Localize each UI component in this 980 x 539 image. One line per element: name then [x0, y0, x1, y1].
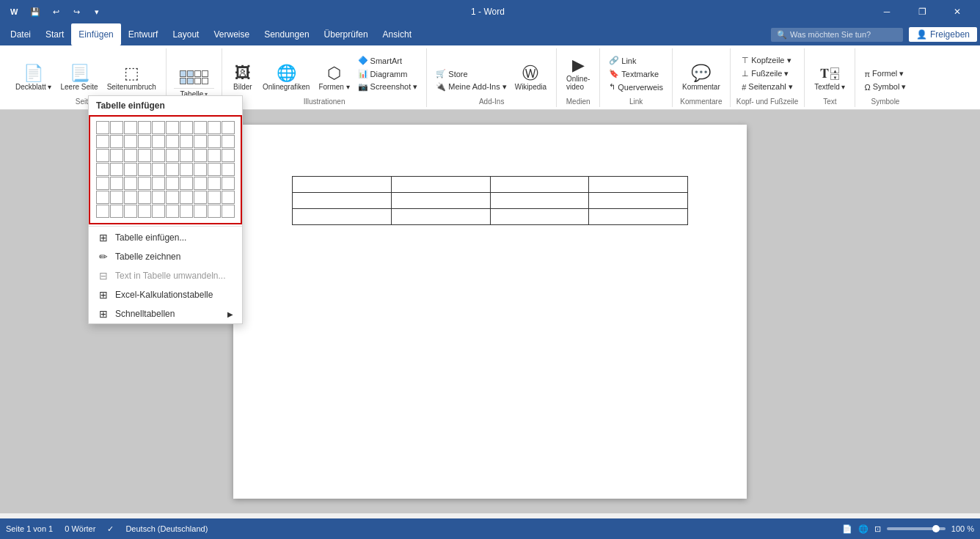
symbol-button[interactable]: Ω Symbol ▾ [861, 81, 909, 93]
grid-cell-1-2[interactable] [110, 121, 123, 134]
grid-cell-2-2[interactable] [110, 135, 123, 148]
grid-cell-2-1[interactable] [96, 135, 109, 148]
grid-cell-2-9[interactable] [208, 135, 221, 148]
freigeben-button[interactable]: 👤 Freigeben [909, 27, 977, 42]
seitenzahl-button[interactable]: # Seitenzahl ▾ [739, 81, 796, 93]
store-button[interactable]: 🛒 Store [433, 67, 509, 80]
grid-cell-4-10[interactable] [222, 163, 235, 176]
menu-einfuegen[interactable]: Einfügen [71, 23, 120, 45]
zoom-slider[interactable] [887, 527, 946, 530]
menu-verweise[interactable]: Verweise [206, 23, 257, 45]
dropdown-tabelle-zeichnen[interactable]: ✏ Tabelle zeichnen [89, 247, 242, 266]
grid-cell-6-8[interactable] [194, 191, 207, 204]
grid-cell-3-4[interactable] [138, 149, 151, 162]
textmarke-button[interactable]: 🔖 Textmarke [606, 67, 666, 80]
grid-cell-4-2[interactable] [110, 163, 123, 176]
diagramm-button[interactable]: 📊 Diagramm [355, 67, 421, 80]
grid-cell-5-5[interactable] [152, 177, 165, 190]
grid-cell-6-4[interactable] [138, 191, 151, 204]
save-qat-button[interactable]: 💾 [26, 3, 44, 21]
grid-cell-7-4[interactable] [138, 205, 151, 218]
grid-cell-5-2[interactable] [110, 177, 123, 190]
grid-cell-4-4[interactable] [138, 163, 151, 176]
grid-cell-6-7[interactable] [180, 191, 193, 204]
grid-cell-2-7[interactable] [180, 135, 193, 148]
grid-cell-5-8[interactable] [194, 177, 207, 190]
grid-cell-7-6[interactable] [166, 205, 179, 218]
grid-cell-5-6[interactable] [166, 177, 179, 190]
grid-cell-2-8[interactable] [194, 135, 207, 148]
grid-cell-4-6[interactable] [166, 163, 179, 176]
formel-button[interactable]: π Formel ▾ [861, 67, 909, 80]
grid-cell-5-4[interactable] [138, 177, 151, 190]
seitenumbruch-button[interactable]: ⬚ Seitenumbruch [103, 63, 160, 93]
fusszeile-button[interactable]: ⊥ Fußzeile ▾ [739, 67, 796, 80]
grid-cell-6-6[interactable] [166, 191, 179, 204]
grid-cell-7-3[interactable] [124, 205, 137, 218]
grid-cell-6-1[interactable] [96, 191, 109, 204]
grid-cell-4-9[interactable] [208, 163, 221, 176]
grid-cell-7-1[interactable] [96, 205, 109, 218]
grid-cell-7-10[interactable] [222, 205, 235, 218]
undo-qat-button[interactable]: ↩ [47, 3, 65, 21]
grid-cell-4-8[interactable] [194, 163, 207, 176]
menu-entwurf[interactable]: Entwurf [121, 23, 166, 45]
grid-cell-2-6[interactable] [166, 135, 179, 148]
grid-cell-4-3[interactable] [124, 163, 137, 176]
grid-cell-1-9[interactable] [208, 121, 221, 134]
grid-cell-3-2[interactable] [110, 149, 123, 162]
document[interactable] [233, 125, 747, 499]
kopfzeile-button[interactable]: ⊤ Kopfzeile ▾ [739, 54, 796, 67]
wikipedia-button[interactable]: Ⓦ Wikipedia [511, 63, 550, 93]
grid-cell-4-5[interactable] [152, 163, 165, 176]
grid-cell-7-2[interactable] [110, 205, 123, 218]
grid-cell-5-1[interactable] [96, 177, 109, 190]
grid-cell-6-2[interactable] [110, 191, 123, 204]
grid-cell-1-1[interactable] [96, 121, 109, 134]
table-grid-container[interactable] [89, 115, 242, 224]
grid-cell-2-5[interactable] [152, 135, 165, 148]
smartart-button[interactable]: 🔷 SmartArt [355, 54, 421, 67]
grid-cell-5-10[interactable] [222, 177, 235, 190]
grid-cell-4-1[interactable] [96, 163, 109, 176]
meine-addins-button[interactable]: 🔌 Meine Add-Ins ▾ [433, 81, 509, 93]
onlinegrafiken-button[interactable]: 🌐 Onlinegrafiken [259, 63, 313, 93]
grid-cell-2-3[interactable] [124, 135, 137, 148]
bilder-button[interactable]: 🖼 Bilder [228, 63, 257, 93]
menu-sendungen[interactable]: Sendungen [257, 23, 316, 45]
dropdown-excel-tabelle[interactable]: ⊞ Excel-Kalkulationstabelle [89, 285, 242, 304]
grid-cell-5-7[interactable] [180, 177, 193, 190]
grid-cell-3-8[interactable] [194, 149, 207, 162]
grid-cell-6-5[interactable] [152, 191, 165, 204]
grid-cell-3-10[interactable] [222, 149, 235, 162]
customize-qat-button[interactable]: ▾ [88, 3, 106, 21]
dropdown-tabelle-einfuegen[interactable]: ⊞ Tabelle einfügen... [89, 228, 242, 247]
grid-cell-7-7[interactable] [180, 205, 193, 218]
grid-cell-4-7[interactable] [180, 163, 193, 176]
menu-datei[interactable]: Datei [3, 23, 38, 45]
grid-cell-3-3[interactable] [124, 149, 137, 162]
grid-cell-7-9[interactable] [208, 205, 221, 218]
grid-cell-6-10[interactable] [222, 191, 235, 204]
restore-button[interactable]: ❐ [905, 0, 939, 23]
search-box[interactable]: 🔍 Was möchten Sie tun? [771, 28, 903, 42]
querverweis-button[interactable]: ↰ Querverweis [606, 81, 666, 93]
menu-ansicht[interactable]: Ansicht [376, 23, 419, 45]
grid-cell-5-3[interactable] [124, 177, 137, 190]
kommentar-button[interactable]: 💬 Kommentar [679, 63, 724, 93]
grid-cell-1-3[interactable] [124, 121, 137, 134]
grid-cell-2-10[interactable] [222, 135, 235, 148]
grid-cell-1-5[interactable] [152, 121, 165, 134]
grid-cell-6-3[interactable] [124, 191, 137, 204]
view-print-icon[interactable]: 📄 [842, 524, 852, 534]
leere-seite-button[interactable]: 📃 Leere Seite [56, 63, 101, 93]
menu-ueberprufen[interactable]: Überprüfen [317, 23, 376, 45]
grid-cell-1-4[interactable] [138, 121, 151, 134]
formen-button[interactable]: ⬡ Formen ▾ [315, 63, 353, 93]
link-button[interactable]: 🔗 Link [606, 54, 666, 67]
grid-cell-3-1[interactable] [96, 149, 109, 162]
grid-cell-2-4[interactable] [138, 135, 151, 148]
grid-cell-1-7[interactable] [180, 121, 193, 134]
grid-cell-3-7[interactable] [180, 149, 193, 162]
menu-start[interactable]: Start [38, 23, 71, 45]
